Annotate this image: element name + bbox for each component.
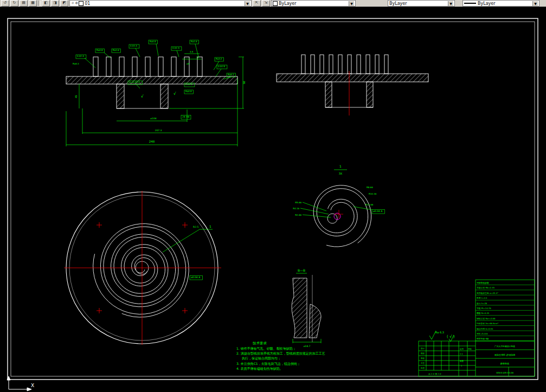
svg-text:0.03 A: 0.03 A <box>185 83 192 86</box>
svg-text:1: 1 <box>461 365 462 367</box>
svg-text:Ra 6.3: Ra 6.3 <box>435 331 444 334</box>
print-button[interactable]: ▤ <box>20 0 28 7</box>
svg-text:0.04 B: 0.04 B <box>218 65 225 68</box>
svg-text:⊕ ⌀0.05 A: ⊕ ⌀0.05 A <box>129 81 140 83</box>
layer-dropdown-arrow[interactable]: ▼ <box>245 1 250 6</box>
svg-text:4. 表面不得有磕碰划伤等缺陷。: 4. 表面不得有磕碰划伤等缺陷。 <box>236 367 283 371</box>
svg-text:材料 ZL104: 材料 ZL104 <box>477 332 488 335</box>
color-dropdown-arrow[interactable]: ▼ <box>349 1 354 6</box>
svg-text:静盘型线: 静盘型线 <box>500 362 509 365</box>
svg-text:⌀104: ⌀104 <box>150 117 156 120</box>
svg-text:涡旋压缩机 静涡旋盘: 涡旋压缩机 静涡旋盘 <box>494 354 516 356</box>
svg-text:B—B: B—B <box>298 268 305 272</box>
centerlines <box>64 191 221 345</box>
linetype-value: ByLayer <box>389 1 447 6</box>
svg-text:1: 1 <box>339 164 342 168</box>
view-detail-1 <box>300 170 372 247</box>
svg-text:GD04-J05-03.06: GD04-J05-03.06 <box>496 371 514 374</box>
drawing-canvas[interactable]: 涡旋型线参数基圆半径 Rb=2.35渐开线发生角 α=25.3°壁厚 t=4.5… <box>0 7 546 392</box>
svg-text:渐开线发生角 α=25.3°: 渐开线发生角 α=25.3° <box>477 292 498 294</box>
svg-text:⌀8: ⌀8 <box>187 62 189 65</box>
svg-text:Ra0.8: Ra0.8 <box>97 49 103 52</box>
svg-text:共 2 张 第 2 张: 共 2 张 第 2 张 <box>428 373 442 375</box>
svg-text:Ra6.3: Ra6.3 <box>228 73 234 76</box>
title-block <box>419 341 535 376</box>
svg-text:广州大学机械设计制造: 广州大学机械设计制造 <box>494 345 515 348</box>
detail-center-mark <box>335 210 343 219</box>
view-section-bb <box>292 273 321 343</box>
layer-name: 01 <box>85 1 243 6</box>
svg-text:校核: 校核 <box>420 352 425 355</box>
svg-text:R4.16: R4.16 <box>293 207 299 210</box>
layer-isolate-button[interactable]: ◩ <box>60 0 68 7</box>
svg-text:数量: 数量 <box>460 360 464 362</box>
svg-text:Ra3.2: Ra3.2 <box>216 57 222 60</box>
svg-text:节距 Pt=14.76: 节距 Pt=14.76 <box>477 307 491 310</box>
svg-text:2. 涡旋齿型线按渐开线方程加工，型线精度按规定的加工工艺: 2. 涡旋齿型线按渐开线方程加工，型线精度按规定的加工工艺 <box>236 351 325 356</box>
svg-text:工艺: 工艺 <box>421 362 425 364</box>
svg-text:行程容积 Vs=68.6cm³: 行程容积 Vs=68.6cm³ <box>477 322 498 325</box>
svg-text:1: 1 <box>209 224 211 228</box>
lineweight-sample-icon <box>464 3 476 4</box>
svg-text:基圆半径 Rb=2.35: 基圆半径 Rb=2.35 <box>477 286 495 289</box>
svg-text:⌀0.04 A: ⌀0.04 A <box>191 276 201 279</box>
parameter-table: 涡旋型线参数基圆半径 Rb=2.35渐开线发生角 α=25.3°壁厚 t=4.5… <box>476 280 535 341</box>
cad-window: ↺ ↻ ▤ ▦ ◧ ◨ ◩ ☼ ❄ 01 ▼ ⇱ ⇲ ByLayer ▼ ByL… <box>0 0 546 392</box>
layer-freeze-icon: ❄ <box>75 1 78 6</box>
svg-text:3X: 3X <box>339 172 343 175</box>
svg-text:12: 12 <box>196 56 200 59</box>
toolbar-separator <box>38 1 41 6</box>
top-toolbar: ↺ ↻ ▤ ▦ ◧ ◨ ◩ ☼ ❄ 01 ▼ ⇱ ⇲ ByLayer ▼ ByL… <box>0 0 546 7</box>
color-value: ByLayer <box>279 1 348 6</box>
svg-text:4.5: 4.5 <box>190 50 194 53</box>
svg-text:R12.66: R12.66 <box>365 203 374 206</box>
svg-text:Ra0.8: Ra0.8 <box>185 90 192 93</box>
svg-text:45: 45 <box>75 95 78 98</box>
svg-text:0.02 A: 0.02 A <box>77 55 84 57</box>
svg-text:√: √ <box>141 94 144 99</box>
ucs-icon <box>7 376 31 391</box>
svg-text:R5.66: R5.66 <box>295 201 301 204</box>
layer-states-button[interactable]: ◨ <box>51 0 59 7</box>
leader-line <box>163 229 213 252</box>
svg-text:0.02 A: 0.02 A <box>172 47 179 49</box>
model-space[interactable]: 涡旋型线参数基圆半径 Rb=2.35渐开线发生角 α=25.3°壁厚 t=4.5… <box>0 7 546 392</box>
linetype-dropdown-arrow[interactable]: ▼ <box>448 1 453 6</box>
preview-button[interactable]: ▦ <box>29 0 37 7</box>
color-control[interactable]: ByLayer ▼ <box>271 0 356 7</box>
svg-text:涡旋型线参数: 涡旋型线参数 <box>477 281 489 284</box>
svg-text:24 H8: 24 H8 <box>182 115 190 118</box>
view-scroll-plan <box>64 191 221 345</box>
lineweight-control[interactable]: ByLayer ▼ <box>463 0 539 7</box>
svg-text:材料: 材料 <box>468 348 472 350</box>
svg-text:R2.5: R2.5 <box>193 226 198 228</box>
technical-notes: 技术要求1. 铸件不得有气孔、砂眼、裂纹等缺陷；2. 涡旋齿型线按渐开线方程加工… <box>236 341 325 371</box>
svg-text:√: √ <box>174 92 176 96</box>
redo-button[interactable]: ↻ <box>10 0 18 7</box>
svg-text:精度等级 6级: 精度等级 6级 <box>476 337 489 340</box>
lineweight-value: ByLayer <box>478 1 531 6</box>
svg-text:审核: 审核 <box>421 357 425 359</box>
annotation-texts: 0.02 ARa0.8Ra1.60.03 ARa0.80.02 ARa1.6Ra… <box>31 40 516 388</box>
scroll-involute-curves <box>93 224 189 317</box>
svg-text:齿高 h=28: 齿高 h=28 <box>477 302 487 305</box>
linetype-control[interactable]: ByLayer ▼ <box>388 0 455 7</box>
layer-on-icon: ☼ <box>71 1 74 6</box>
layer-previous-button[interactable]: ⇲ <box>262 0 270 7</box>
svg-text:比例: 比例 <box>460 348 464 350</box>
svg-text:回转半径 Ror=2.88: 回转半径 Ror=2.88 <box>477 317 496 320</box>
layer-control[interactable]: ☼ ❄ 01 ▼ <box>69 0 252 7</box>
svg-text:设计: 设计 <box>421 347 425 350</box>
sheet-frame <box>8 18 538 380</box>
undo-button[interactable]: ↺ <box>1 0 9 7</box>
svg-text:Ra1.6: Ra1.6 <box>113 49 119 52</box>
layers-dialog-button[interactable]: ◧ <box>42 0 50 7</box>
lineweight-dropdown-arrow[interactable]: ▼ <box>532 1 538 6</box>
svg-text:⌀0.04 A: ⌀0.04 A <box>373 210 383 213</box>
layer-color-swatch <box>79 1 83 6</box>
svg-text:248: 248 <box>149 140 155 143</box>
svg-text:R8.66: R8.66 <box>367 186 373 189</box>
svg-text:Ra0.8: Ra0.8 <box>150 40 156 43</box>
svg-text:207.3: 207.3 <box>155 129 162 132</box>
make-layer-current-button[interactable]: ⇱ <box>253 0 261 7</box>
